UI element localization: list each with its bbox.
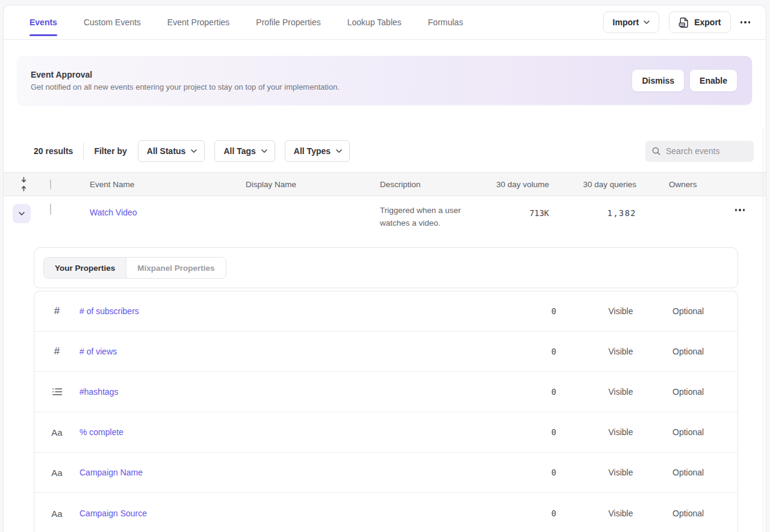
property-requirement: Optional <box>672 468 737 477</box>
table-row: Watch Video Triggered when a user watche… <box>4 196 766 241</box>
property-row: Aa Campaign Name 0 Visible Optional <box>34 453 737 493</box>
export-button-label: Export <box>694 17 721 27</box>
properties-list: # # of subscribers 0 Visible Optional # … <box>34 291 738 532</box>
chevron-down-icon <box>644 20 650 24</box>
chevron-down-icon <box>19 212 25 215</box>
event-description: Triggered when a user watches a video. <box>380 204 494 229</box>
status-filter-dropdown[interactable]: All Status <box>138 140 205 162</box>
event-30-day-queries: 1,382 <box>607 208 636 218</box>
event-30-day-volume: 713K <box>529 208 549 218</box>
properties-tabs-card: Your Properties Mixpanel Properties <box>34 247 738 288</box>
svg-text:csv: csv <box>680 23 685 26</box>
dismiss-button[interactable]: Dismiss <box>632 70 684 91</box>
property-name-link[interactable]: Campaign Name <box>79 468 143 477</box>
header-display-name: Display Name <box>246 180 380 189</box>
tab-formulas[interactable]: Formulas <box>428 5 463 40</box>
property-name-link[interactable]: # of subscribers <box>79 306 139 316</box>
text-type-icon: Aa <box>34 427 79 438</box>
scroll-area-divider <box>763 128 763 532</box>
property-visibility: Visible <box>569 468 672 477</box>
property-row: Aa Campaign Source 0 Visible Optional <box>34 493 737 532</box>
property-row: # # of views 0 Visible Optional <box>34 332 737 372</box>
property-value: 0 <box>509 427 569 437</box>
number-type-icon: # <box>34 305 79 317</box>
header-30-day-volume: 30 day volume <box>494 180 554 189</box>
property-visibility: Visible <box>569 509 672 518</box>
collapse-all-icon[interactable] <box>13 176 34 192</box>
nav-tabs: Events Custom Events Event Properties Pr… <box>29 5 463 40</box>
chevron-down-icon <box>191 149 197 153</box>
header-owners: Owners <box>639 180 714 189</box>
banner-actions: Dismiss Enable <box>632 70 737 91</box>
property-value: 0 <box>509 509 569 518</box>
property-requirement: Optional <box>672 509 737 518</box>
csv-file-icon: csv <box>678 17 689 28</box>
banner-title: Event Approval <box>31 70 340 79</box>
tab-profile-properties[interactable]: Profile Properties <box>256 5 320 40</box>
properties-tab-switch: Your Properties Mixpanel Properties <box>43 257 226 279</box>
event-name-link[interactable]: Watch Video <box>90 208 137 217</box>
tab-events[interactable]: Events <box>29 5 57 40</box>
import-button-label: Import <box>613 17 639 27</box>
header-description: Description <box>380 180 494 189</box>
chevron-down-icon <box>336 149 342 153</box>
text-type-icon: Aa <box>34 509 79 519</box>
banner-description: Get notified on all new events entering … <box>31 82 340 91</box>
number-type-icon: # <box>34 345 79 357</box>
search-input[interactable] <box>666 146 749 156</box>
tab-custom-events[interactable]: Custom Events <box>84 5 141 40</box>
banner-text: Event Approval Get notified on all new e… <box>17 70 340 91</box>
search-icon <box>651 146 661 156</box>
tags-filter-label: All Tags <box>223 146 255 156</box>
property-value: 0 <box>509 468 569 477</box>
property-visibility: Visible <box>569 347 672 356</box>
top-nav: Events Custom Events Event Properties Pr… <box>4 5 766 40</box>
property-value: 0 <box>509 387 569 397</box>
status-filter-label: All Status <box>147 146 186 156</box>
select-all-checkbox[interactable] <box>50 179 51 190</box>
more-options-icon[interactable] <box>741 21 751 23</box>
property-name-link[interactable]: Campaign Source <box>79 509 147 518</box>
export-button[interactable]: csv Export <box>669 11 730 33</box>
property-row: # # of subscribers 0 Visible Optional <box>34 291 737 332</box>
collapse-row-button[interactable] <box>13 204 31 223</box>
property-requirement: Optional <box>672 387 737 397</box>
row-more-options-icon[interactable] <box>735 209 745 211</box>
tags-filter-dropdown[interactable]: All Tags <box>214 140 275 162</box>
property-visibility: Visible <box>569 387 672 397</box>
property-visibility: Visible <box>569 306 672 316</box>
types-filter-dropdown[interactable]: All Types <box>285 140 350 162</box>
tab-event-properties[interactable]: Event Properties <box>167 5 230 40</box>
text-type-icon: Aa <box>34 468 79 478</box>
search-box <box>645 141 754 162</box>
divider <box>83 143 84 159</box>
expanded-properties-panel: Your Properties Mixpanel Properties # # … <box>34 247 738 532</box>
property-row: #hashtags 0 Visible Optional <box>34 372 737 412</box>
event-approval-banner: Event Approval Get notified on all new e… <box>17 56 752 105</box>
property-row: Aa % complete 0 Visible Optional <box>34 412 737 453</box>
row-checkbox[interactable] <box>50 203 51 215</box>
tab-mixpanel-properties[interactable]: Mixpanel Properties <box>126 258 225 278</box>
property-requirement: Optional <box>672 347 737 356</box>
filter-bar: 20 results Filter by All Status All Tags… <box>4 140 754 162</box>
chevron-down-icon <box>261 149 267 153</box>
property-requirement: Optional <box>672 306 737 316</box>
types-filter-label: All Types <box>294 146 331 156</box>
property-value: 0 <box>509 347 569 356</box>
header-30-day-queries: 30 day queries <box>554 180 639 189</box>
tab-your-properties[interactable]: Your Properties <box>44 258 126 278</box>
filter-by-label: Filter by <box>94 146 126 156</box>
property-value: 0 <box>509 306 569 316</box>
tab-lookup-tables[interactable]: Lookup Tables <box>347 5 402 40</box>
property-name-link[interactable]: #hashtags <box>79 387 119 397</box>
lexicon-panel: Events Custom Events Event Properties Pr… <box>3 5 766 532</box>
list-type-icon <box>34 387 79 397</box>
import-button[interactable]: Import <box>603 11 660 33</box>
table-header: Event Name Display Name Description 30 d… <box>4 172 766 196</box>
property-name-link[interactable]: % complete <box>79 427 123 437</box>
header-event-name: Event Name <box>79 180 246 189</box>
enable-button[interactable]: Enable <box>690 70 737 91</box>
property-name-link[interactable]: # of views <box>79 347 117 356</box>
property-requirement: Optional <box>672 427 737 437</box>
property-visibility: Visible <box>569 427 672 437</box>
